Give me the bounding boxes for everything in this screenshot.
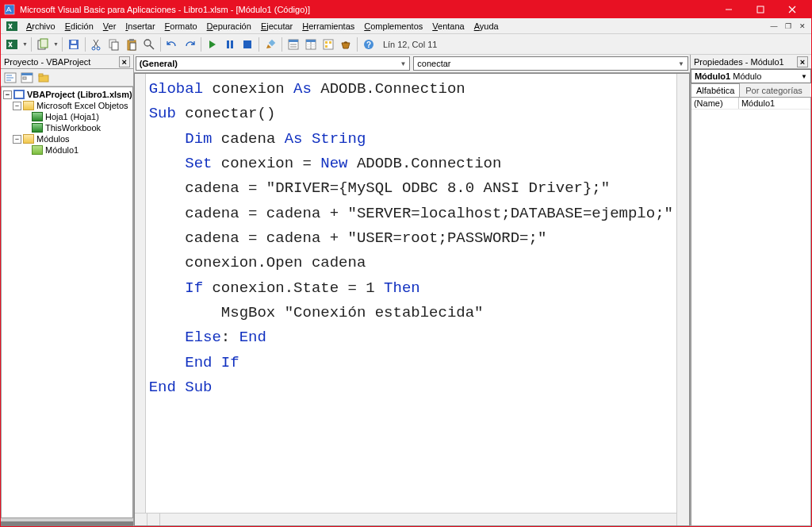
workbook-icon xyxy=(32,123,43,133)
tree-item-sheet[interactable]: Hoja1 (Hoja1) xyxy=(2,111,132,122)
menu-edicion[interactable]: Edición xyxy=(60,20,98,33)
cut-button[interactable] xyxy=(89,37,105,52)
properties-object-selector[interactable]: Módulo1 Módulo ▼ xyxy=(691,69,811,83)
menu-insertar[interactable]: Insertar xyxy=(121,20,159,33)
menu-ventana[interactable]: Ventana xyxy=(427,20,469,33)
module-icon xyxy=(32,145,43,155)
view-code-button[interactable] xyxy=(2,71,18,85)
svg-rect-16 xyxy=(130,43,136,50)
svg-rect-44 xyxy=(23,77,26,79)
project-tree[interactable]: − VBAProject (Libro1.xlsm) − Microsoft E… xyxy=(1,87,133,518)
dropdown-arrow-icon[interactable]: ▼ xyxy=(53,41,59,47)
svg-rect-19 xyxy=(227,40,229,48)
tree-workbook-label: ThisWorkbook xyxy=(45,123,101,133)
save-button[interactable] xyxy=(66,37,82,52)
menu-depuracion[interactable]: Depuración xyxy=(202,20,256,33)
menu-ver[interactable]: Ver xyxy=(98,20,121,33)
code-view-buttons xyxy=(135,74,146,525)
menu-complementos[interactable]: Complementos xyxy=(359,20,427,33)
run-button[interactable] xyxy=(205,37,220,52)
tree-root-label: VBAProject (Libro1.xlsm) xyxy=(27,90,132,99)
maximize-button[interactable] xyxy=(745,1,776,18)
tree-collapse-icon[interactable]: − xyxy=(3,90,12,99)
svg-rect-28 xyxy=(306,40,316,42)
insert-module-button[interactable] xyxy=(35,37,51,52)
menu-archivo[interactable]: Archivo xyxy=(21,20,60,33)
property-row[interactable]: (Name) Módulo1 xyxy=(691,98,810,110)
find-button[interactable] xyxy=(141,37,157,52)
procedure-view-button[interactable] xyxy=(135,514,147,525)
properties-object-name: Módulo1 xyxy=(695,71,730,81)
project-explorer-button[interactable] xyxy=(285,37,301,52)
dropdown-arrow-icon[interactable]: ▼ xyxy=(22,41,28,47)
vertical-scrollbar[interactable] xyxy=(676,74,689,525)
procedure-dropdown-value: conectar xyxy=(417,59,450,68)
svg-rect-20 xyxy=(231,40,233,48)
properties-tab-alphabetical[interactable]: Alfabética xyxy=(691,83,740,97)
dropdown-arrow-icon: ▼ xyxy=(400,60,406,67)
full-module-view-button[interactable] xyxy=(147,514,160,525)
view-excel-button[interactable] xyxy=(4,37,20,52)
tree-item-workbook[interactable]: ThisWorkbook xyxy=(2,122,132,133)
svg-rect-43 xyxy=(21,73,33,75)
tree-folder-label: Microsoft Excel Objetos xyxy=(36,101,128,110)
properties-panel-title-text: Propiedades - Módulo1 xyxy=(694,57,784,67)
view-object-button[interactable] xyxy=(19,71,35,85)
svg-rect-21 xyxy=(243,40,251,48)
dropdown-arrow-icon: ▼ xyxy=(678,60,684,67)
svg-rect-24 xyxy=(289,40,298,42)
tree-sheet-label: Hoja1 (Hoja1) xyxy=(45,112,99,121)
svg-rect-46 xyxy=(39,74,43,76)
menu-ejecutar[interactable]: Ejecutar xyxy=(256,20,297,33)
properties-grid[interactable]: (Name) Módulo1 xyxy=(691,97,811,526)
tree-folder-excel-objects[interactable]: − Microsoft Excel Objetos xyxy=(2,100,132,111)
tree-collapse-icon[interactable]: − xyxy=(13,102,21,110)
mdi-minimize-button[interactable]: — xyxy=(767,20,781,33)
break-button[interactable] xyxy=(222,37,238,52)
design-mode-button[interactable] xyxy=(262,37,278,52)
window-title: Microsoft Visual Basic para Aplicaciones… xyxy=(20,5,713,14)
object-browser-button[interactable] xyxy=(320,37,336,52)
properties-tab-categorized[interactable]: Por categorías xyxy=(740,83,808,97)
menu-herramientas[interactable]: Herramientas xyxy=(297,20,359,33)
collapsed-panel[interactable] xyxy=(1,521,133,526)
code-editor[interactable]: Global conexion As ADODB.Connection Sub … xyxy=(134,73,690,526)
procedure-dropdown[interactable]: conectar ▼ xyxy=(413,56,688,71)
help-button[interactable]: ? xyxy=(361,37,377,52)
toggle-folders-button[interactable] xyxy=(36,71,52,85)
project-panel-close-button[interactable]: × xyxy=(119,56,130,67)
cursor-position-label: Lín 12, Col 11 xyxy=(383,40,438,49)
menu-bar: Archivo Edición Ver Insertar Formato Dep… xyxy=(1,18,811,34)
svg-rect-2 xyxy=(757,6,764,13)
folder-icon xyxy=(23,134,34,144)
code-area[interactable]: Global conexion As ADODB.Connection Sub … xyxy=(146,74,676,525)
excel-system-icon[interactable] xyxy=(6,20,18,33)
tree-folder-modules[interactable]: − Módulos xyxy=(2,133,132,144)
horizontal-scrollbar[interactable] xyxy=(135,513,676,525)
reset-button[interactable] xyxy=(239,37,255,52)
menu-formato[interactable]: Formato xyxy=(160,20,202,33)
properties-window-button[interactable] xyxy=(303,37,319,52)
mdi-restore-button[interactable]: ❐ xyxy=(781,20,795,33)
menu-ayuda[interactable]: Ayuda xyxy=(469,20,504,33)
mdi-close-button[interactable]: ✕ xyxy=(795,20,810,33)
copy-button[interactable] xyxy=(106,37,122,52)
svg-rect-3 xyxy=(6,21,17,31)
property-value[interactable]: Módulo1 xyxy=(739,98,810,109)
object-dropdown-value: (General) xyxy=(140,59,178,68)
undo-button[interactable] xyxy=(164,37,180,52)
tree-collapse-icon[interactable]: − xyxy=(13,135,21,144)
paste-button[interactable] xyxy=(124,37,140,52)
tree-item-module[interactable]: Módulo1 xyxy=(2,144,132,156)
properties-object-type: Módulo xyxy=(733,71,761,81)
toolbox-button[interactable] xyxy=(338,37,354,52)
object-dropdown[interactable]: (General) ▼ xyxy=(136,56,411,71)
close-button[interactable] xyxy=(776,1,808,18)
properties-panel-close-button[interactable]: × xyxy=(797,56,808,67)
project-toolbar xyxy=(1,69,133,87)
svg-line-18 xyxy=(150,45,154,49)
tree-project-root[interactable]: − VBAProject (Libro1.xlsm) xyxy=(2,89,132,100)
redo-button[interactable] xyxy=(182,37,197,52)
app-icon xyxy=(4,4,15,15)
minimize-button[interactable] xyxy=(713,1,745,18)
